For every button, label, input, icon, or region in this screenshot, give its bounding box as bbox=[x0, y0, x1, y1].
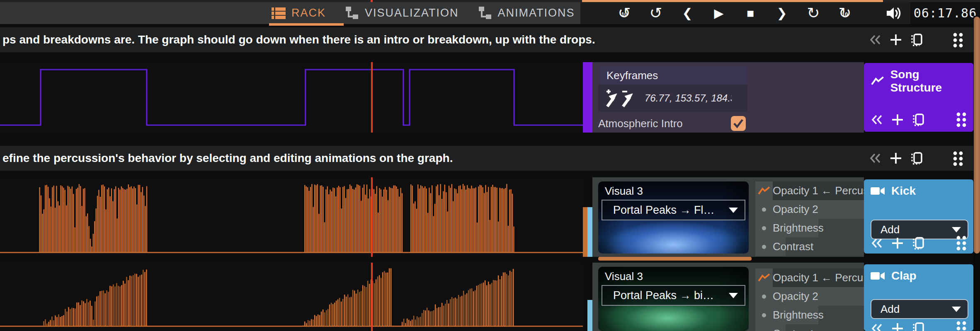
animation-item[interactable]: Opacity 2 bbox=[755, 200, 864, 219]
drag-handle-icon[interactable] bbox=[956, 112, 967, 128]
animation-item[interactable]: Opacity 1 ← Percus bbox=[755, 181, 864, 200]
song-structure-graph[interactable] bbox=[0, 62, 583, 133]
drag-handle-icon[interactable] bbox=[956, 321, 967, 331]
animation-label: Contrast bbox=[773, 240, 813, 253]
add-icon[interactable] bbox=[890, 34, 902, 46]
horizontal-scrollbar[interactable] bbox=[598, 257, 752, 261]
app-window: RACK VISUALIZATION bbox=[0, 0, 980, 331]
rewind-button[interactable]: ↺ bbox=[648, 5, 664, 21]
bullet-icon bbox=[762, 295, 766, 299]
bullet-icon bbox=[762, 313, 766, 317]
kick-color-strip-blue bbox=[587, 207, 592, 257]
animation-item[interactable]: Opacity 1 ← Percu bbox=[755, 268, 864, 287]
time-value: 06:17.86 bbox=[914, 6, 977, 20]
drag-handle-icon[interactable] bbox=[953, 32, 963, 48]
preset-checkbox[interactable] bbox=[731, 116, 746, 131]
animation-item[interactable]: Opacity 2 bbox=[755, 287, 864, 306]
clap-waveform-graph[interactable] bbox=[0, 263, 583, 331]
add-icon[interactable] bbox=[890, 152, 902, 164]
stop-button[interactable]: ■ bbox=[742, 7, 759, 19]
keyframes-row[interactable]: 76.77, 153.57, 184.30, 2… bbox=[598, 85, 747, 112]
keyframes-title: Keyframes bbox=[606, 69, 658, 82]
preset-row: Atmospheric Intro bbox=[598, 115, 747, 132]
vertical-scrollbar-thumb[interactable] bbox=[974, 17, 980, 254]
tab-visualization[interactable]: VISUALIZATION bbox=[345, 7, 459, 20]
kick-visual-card[interactable]: Visual 3 Portal Peaks → Fl… bbox=[598, 181, 749, 254]
animation-curve-icon bbox=[757, 273, 771, 283]
keyframes-panel: Keyframes 76.77, 153.57, 184.30, 2… A bbox=[592, 62, 864, 133]
previous-button[interactable]: ❮ bbox=[679, 7, 696, 19]
line-chart-icon bbox=[871, 76, 885, 87]
section-description: ps and breakdowns are. The graph should … bbox=[2, 27, 624, 52]
visual-title: Visual 3 bbox=[605, 185, 643, 198]
song-structure-block[interactable]: Song Structure bbox=[864, 63, 973, 132]
section-header-percussion: efine the percussion's behavior by selec… bbox=[0, 146, 973, 171]
animation-label: Brightness bbox=[773, 309, 824, 321]
collapse-icon[interactable] bbox=[869, 152, 881, 164]
duplicate-icon[interactable] bbox=[910, 152, 923, 165]
check-icon bbox=[733, 118, 744, 128]
visual-preset-dropdown[interactable]: Portal Peaks → Fl… bbox=[602, 200, 745, 220]
skip-back-10-button[interactable]: ↺10 bbox=[616, 5, 633, 21]
section-header-song-structure: ps and breakdowns are. The graph should … bbox=[0, 27, 973, 52]
bullet-icon bbox=[762, 208, 766, 212]
add-animation-dropdown[interactable]: Add bbox=[871, 299, 968, 319]
animation-item[interactable]: Brightness bbox=[755, 306, 864, 324]
block-actions bbox=[871, 235, 967, 251]
animation-label: Opacity 1 ← Percu bbox=[773, 271, 863, 284]
drag-handle-icon[interactable] bbox=[953, 151, 963, 167]
collapse-icon[interactable] bbox=[871, 237, 883, 249]
visual-title: Visual 3 bbox=[605, 270, 643, 283]
section-header-actions bbox=[869, 146, 923, 171]
skip-forward-10-button[interactable]: ↻10 bbox=[837, 5, 853, 21]
add-icon[interactable] bbox=[891, 322, 904, 331]
block-title-row: Clap bbox=[864, 264, 973, 283]
duplicate-icon[interactable] bbox=[912, 113, 924, 126]
visual-preset-value: Portal Peaks → Fl… bbox=[613, 204, 715, 217]
keyframes-box: Keyframes 76.77, 153.57, 184.30, 2… bbox=[598, 66, 747, 112]
tab-rack[interactable]: RACK bbox=[272, 7, 326, 19]
tab-animations[interactable]: ANIMATIONS bbox=[478, 7, 575, 20]
block-title-row: Kick bbox=[864, 179, 973, 198]
block-title: Song Structure bbox=[890, 68, 973, 94]
keyframe-values: 76.77, 153.57, 184.30, 2… bbox=[645, 92, 732, 104]
chevron-down-icon bbox=[729, 208, 738, 213]
clap-block[interactable]: Clap Add bbox=[864, 264, 973, 331]
section-header-actions bbox=[869, 27, 923, 52]
animation-item[interactable]: Contrast bbox=[755, 324, 864, 331]
visual-preset-dropdown[interactable]: Portal Peaks → bi… bbox=[602, 285, 745, 306]
duplicate-icon[interactable] bbox=[910, 33, 923, 46]
add-label: Add bbox=[881, 223, 900, 236]
duplicate-icon[interactable] bbox=[912, 237, 924, 250]
volume-button[interactable] bbox=[885, 6, 902, 20]
vertical-scrollbar[interactable] bbox=[973, 16, 980, 331]
duplicate-icon[interactable] bbox=[912, 322, 924, 331]
block-actions bbox=[871, 112, 967, 128]
drag-handle-icon[interactable] bbox=[956, 235, 967, 251]
animation-item[interactable]: Contrast bbox=[755, 237, 864, 256]
play-button[interactable]: ▶ bbox=[711, 7, 727, 19]
collapse-icon[interactable] bbox=[871, 323, 883, 331]
add-icon[interactable] bbox=[891, 114, 904, 126]
clap-visual-card[interactable]: Visual 3 Portal Peaks → bi… bbox=[598, 267, 749, 331]
kick-rack-area: Visual 3 Portal Peaks → Fl… Opacity 1 ← … bbox=[592, 177, 864, 257]
animation-item[interactable]: Brightness bbox=[755, 219, 864, 237]
add-icon[interactable] bbox=[891, 237, 904, 249]
add-remove-keyframe-icon[interactable] bbox=[603, 88, 639, 108]
collapse-icon[interactable] bbox=[869, 34, 881, 46]
next-button[interactable]: ❯ bbox=[774, 7, 790, 19]
video-camera-icon bbox=[871, 271, 885, 281]
animation-label: Opacity 1 ← Percus bbox=[773, 184, 864, 197]
kick-waveform-graph[interactable] bbox=[0, 177, 583, 257]
kick-block[interactable]: Kick Add bbox=[864, 179, 973, 254]
redo-loop-button[interactable]: ↻ bbox=[805, 5, 822, 21]
collapse-icon[interactable] bbox=[871, 114, 883, 126]
bullet-icon bbox=[762, 226, 766, 230]
active-tab-underline bbox=[269, 23, 344, 26]
clap-animation-list: Opacity 1 ← Percu Opacity 2 Brightness C… bbox=[755, 268, 864, 331]
song-structure-color-strip bbox=[583, 62, 592, 133]
tab-visualization-label: VISUALIZATION bbox=[365, 7, 459, 19]
kick-animation-list: Opacity 1 ← Percus Opacity 2 Brightness … bbox=[755, 181, 864, 256]
clap-rack-area: Visual 3 Portal Peaks → bi… Opacity 1 ← … bbox=[592, 263, 864, 331]
block-title: Clap bbox=[891, 269, 917, 283]
